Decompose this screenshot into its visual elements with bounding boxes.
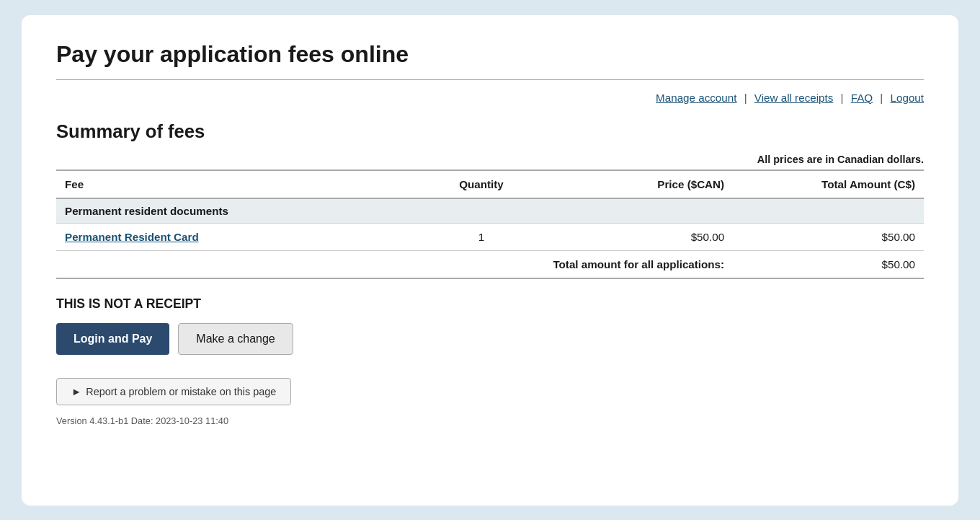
separator-3: |: [880, 92, 883, 104]
currency-note: All prices are in Canadian dollars.: [56, 154, 924, 165]
report-problem-button[interactable]: ► Report a problem or mistake on this pa…: [56, 378, 291, 405]
total-row: Total amount for all applications: $50.0…: [56, 250, 924, 278]
login-pay-button[interactable]: Login and Pay: [56, 323, 169, 355]
page-title: Pay your application fees online: [56, 41, 924, 80]
table-row: Permanent Resident Card 1 $50.00 $50.00: [56, 223, 924, 250]
page-card: Pay your application fees online Manage …: [22, 15, 958, 506]
total-label: Total amount for all applications:: [56, 250, 733, 278]
fee-link[interactable]: Permanent Resident Card: [65, 231, 199, 243]
report-button-label: Report a problem or mistake on this page: [86, 386, 276, 397]
logout-link[interactable]: Logout: [891, 92, 924, 104]
action-buttons: Login and Pay Make a change: [56, 323, 924, 355]
report-section: ► Report a problem or mistake on this pa…: [56, 378, 924, 427]
faq-link[interactable]: FAQ: [851, 92, 873, 104]
account-nav: Manage account | View all receipts | FAQ…: [56, 92, 924, 104]
view-receipts-link[interactable]: View all receipts: [754, 92, 833, 104]
quantity-cell: 1: [404, 223, 560, 250]
group-row: Permanent resident documents: [56, 198, 924, 224]
col-header-price: Price ($CAN): [559, 170, 733, 198]
total-value: $50.00: [733, 250, 924, 278]
group-label: Permanent resident documents: [56, 198, 924, 224]
version-text: Version 4.43.1-b1 Date: 2023-10-23 11:40: [56, 415, 228, 426]
report-arrow-icon: ►: [71, 386, 81, 397]
table-header-row: Fee Quantity Price ($CAN) Total Amount (…: [56, 170, 924, 198]
separator-2: |: [841, 92, 844, 104]
fee-cell: Permanent Resident Card: [56, 223, 404, 250]
fees-table: Fee Quantity Price ($CAN) Total Amount (…: [56, 169, 924, 279]
separator-1: |: [744, 92, 747, 104]
col-header-quantity: Quantity: [404, 170, 560, 198]
col-header-fee: Fee: [56, 170, 404, 198]
manage-account-link[interactable]: Manage account: [656, 92, 736, 104]
total-cell: $50.00: [733, 223, 924, 250]
col-header-total: Total Amount (C$): [733, 170, 924, 198]
section-title: Summary of fees: [56, 121, 924, 142]
price-cell: $50.00: [559, 223, 733, 250]
make-change-button[interactable]: Make a change: [178, 323, 293, 355]
receipt-notice: THIS IS NOT A RECEIPT: [56, 296, 924, 312]
